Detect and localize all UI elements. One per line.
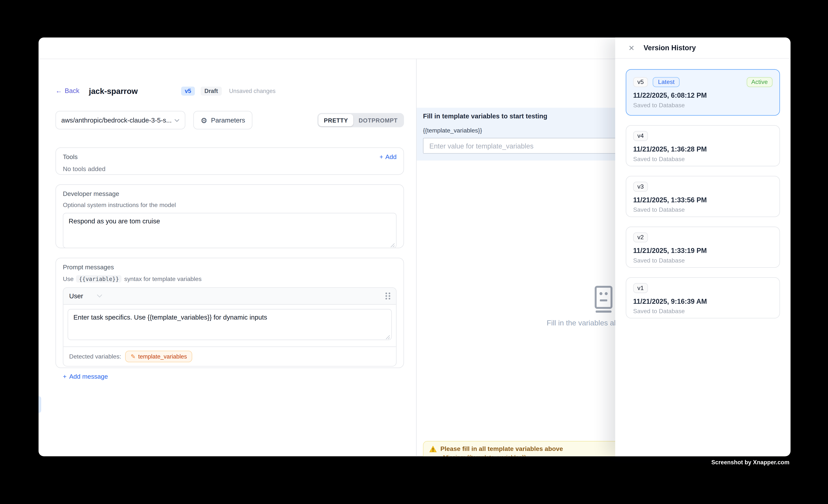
version-status: Saved to Database xyxy=(633,206,773,213)
tools-title: Tools xyxy=(63,153,78,161)
model-select-value: aws/anthropic/bedrock-claude-3-5-s... xyxy=(61,117,174,124)
latest-badge: Latest xyxy=(653,77,680,87)
add-tool-label: Add xyxy=(385,153,397,161)
version-card-v1[interactable]: v1 11/21/2025, 9:16:39 AM Saved to Datab… xyxy=(626,277,780,319)
plus-icon: + xyxy=(380,153,383,161)
view-mode-toggle: PRETTY DOTPROMPT xyxy=(318,113,404,127)
version-card-v4[interactable]: v4 11/21/2025, 1:36:28 PM Saved to Datab… xyxy=(626,125,780,166)
variable-chip[interactable]: ✎ template_variables xyxy=(125,351,192,362)
plus-icon: + xyxy=(63,373,67,380)
version-history-header: ✕ Version History xyxy=(615,37,791,58)
version-status: Saved to Database xyxy=(633,308,773,314)
draft-badge: Draft xyxy=(201,86,222,95)
version-timestamp: 11/21/2025, 1:33:56 PM xyxy=(633,196,773,204)
message-input[interactable]: Enter task specifics. Use {{template_var… xyxy=(68,309,392,340)
close-icon[interactable]: ✕ xyxy=(628,44,634,51)
version-number-badge: v1 xyxy=(633,283,648,293)
toggle-dotprompt[interactable]: DOTPROMPT xyxy=(354,114,403,126)
message-role-header: User xyxy=(64,288,396,305)
warning-triangle-icon xyxy=(429,446,437,452)
version-number-badge: v5 xyxy=(633,77,648,87)
version-status: Saved to Database xyxy=(633,156,773,162)
version-timestamp: 11/22/2025, 6:08:12 PM xyxy=(633,91,773,99)
prompt-messages-card: Prompt messages Use {{variable}} syntax … xyxy=(55,258,404,368)
prompt-messages-title: Prompt messages xyxy=(63,263,397,271)
model-toolbar: aws/anthropic/bedrock-claude-3-5-s... ⚙ … xyxy=(55,111,404,129)
developer-message-title: Developer message xyxy=(63,190,397,198)
chevron-down-icon xyxy=(174,119,179,122)
message-block: User Enter task specifics. Use {{templat… xyxy=(63,287,397,367)
editor-column: ← Back jack-sparrow v5 Draft Unsaved cha… xyxy=(55,58,404,368)
syntax-code-chip: {{variable}} xyxy=(76,275,122,283)
detected-variables-row: Detected variables: ✎ template_variables xyxy=(64,346,396,366)
syntax-hint: Use {{variable}} syntax for template var… xyxy=(63,275,397,283)
version-card-v2[interactable]: v2 11/21/2025, 1:33:19 PM Saved to Datab… xyxy=(626,226,780,268)
back-arrow-icon: ← xyxy=(55,87,62,94)
message-body: Enter task specifics. Use {{template_var… xyxy=(64,305,396,346)
page-title: jack-sparrow xyxy=(89,86,138,95)
version-number-badge: v3 xyxy=(633,182,648,192)
screenshot-stage: ← Back jack-sparrow v5 Draft Unsaved cha… xyxy=(0,0,828,504)
version-card-v5[interactable]: v5 Latest Active 11/22/2025, 6:08:12 PM … xyxy=(626,69,780,116)
model-select[interactable]: aws/anthropic/bedrock-claude-3-5-s... xyxy=(55,111,185,129)
robot-face-icon xyxy=(592,286,615,313)
developer-message-input[interactable]: Respond as you are tom cruise xyxy=(63,213,397,248)
version-list: v5 Latest Active 11/22/2025, 6:08:12 PM … xyxy=(626,69,780,319)
back-label: Back xyxy=(65,87,79,94)
parameters-button[interactable]: ⚙ Parameters xyxy=(193,111,253,129)
add-message-label: Add message xyxy=(69,373,108,380)
version-timestamp: 11/21/2025, 9:16:39 AM xyxy=(633,297,773,305)
watermark-text: Screenshot by Xnapper.com xyxy=(711,459,789,465)
version-card-v3[interactable]: v3 11/21/2025, 1:33:56 PM Saved to Datab… xyxy=(626,176,780,217)
active-badge: Active xyxy=(747,77,773,87)
developer-message-card: Developer message Optional system instru… xyxy=(55,184,404,248)
drag-handle-icon[interactable] xyxy=(385,293,390,299)
syntax-prefix: Use xyxy=(63,276,74,282)
version-timestamp: 11/21/2025, 1:36:28 PM xyxy=(633,145,773,153)
add-message-button[interactable]: + Add message xyxy=(63,373,397,380)
unsaved-changes-label: Unsaved changes xyxy=(229,88,276,94)
tools-empty-text: No tools added xyxy=(63,165,397,173)
variable-chip-label: template_variables xyxy=(138,353,187,360)
version-badge: v5 xyxy=(181,86,195,95)
chevron-down-icon[interactable] xyxy=(97,294,103,298)
gear-icon: ⚙ xyxy=(201,117,207,124)
version-history-panel: ✕ Version History v5 Latest Active 11/22… xyxy=(615,37,791,456)
version-number-badge: v4 xyxy=(633,131,648,141)
version-status: Saved to Database xyxy=(633,102,773,109)
tools-card: Tools + Add No tools added xyxy=(55,148,404,175)
version-number-badge: v2 xyxy=(633,233,648,242)
add-tool-button[interactable]: + Add xyxy=(380,153,397,161)
toggle-pretty[interactable]: PRETTY xyxy=(319,114,354,126)
warning-title: Please fill in all template variables ab… xyxy=(440,445,563,453)
detected-variables-label: Detected variables: xyxy=(69,353,121,360)
version-status: Saved to Database xyxy=(633,257,773,264)
edge-toast-fragment xyxy=(39,396,41,413)
pencil-icon: ✎ xyxy=(131,353,135,360)
version-timestamp: 11/21/2025, 1:33:19 PM xyxy=(633,247,773,254)
app-window: ← Back jack-sparrow v5 Draft Unsaved cha… xyxy=(39,37,791,456)
syntax-suffix: syntax for template variables xyxy=(124,276,202,282)
developer-message-subtitle: Optional system instructions for the mod… xyxy=(63,202,397,208)
back-button[interactable]: ← Back xyxy=(55,87,79,94)
page-header-row: ← Back jack-sparrow v5 Draft Unsaved cha… xyxy=(55,86,404,96)
version-history-title: Version History xyxy=(644,44,696,52)
role-select-value[interactable]: User xyxy=(69,292,83,300)
parameters-label: Parameters xyxy=(211,117,245,124)
